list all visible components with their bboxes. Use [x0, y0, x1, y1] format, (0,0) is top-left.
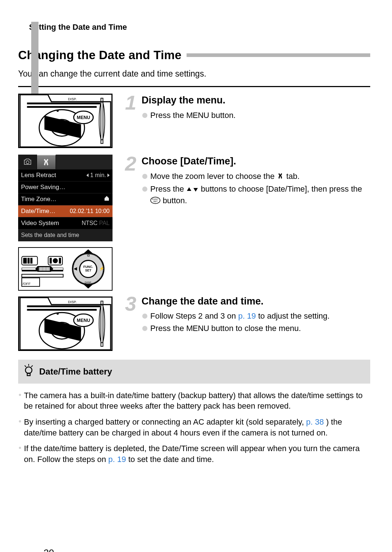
menu-tab-tools-icon: [37, 155, 56, 169]
svg-rect-20: [22, 274, 63, 277]
text: button.: [211, 111, 236, 120]
svg-text:FUNC.: FUNC.: [83, 265, 93, 269]
tip-list: The camera has a built-in date/time batt…: [18, 390, 370, 465]
svg-text:⧉: ⧉: [87, 253, 90, 257]
svg-rect-15: [50, 258, 52, 263]
svg-line-61: [31, 365, 33, 367]
step-2-title: Choose [Date/Time].: [142, 155, 370, 168]
figure-camera-back-menu-2: MENU DISP.: [18, 297, 113, 351]
svg-text:MENU: MENU: [77, 318, 90, 323]
svg-text:DISP.: DISP.: [68, 300, 77, 304]
tools-tab-icon: [277, 172, 284, 183]
menu-label: Time Zone…: [21, 195, 57, 204]
menu-label: Video System: [21, 219, 59, 228]
menu-label: Lens Retract: [21, 171, 56, 180]
func-set-button-icon: FUNC.SET: [150, 196, 160, 207]
svg-rect-11: [23, 258, 27, 263]
svg-marker-54: [187, 187, 191, 191]
menu-tab-camera-icon: [18, 155, 37, 169]
svg-text:MENU: MENU: [77, 115, 90, 120]
text: to set the date and time.: [128, 455, 214, 464]
text: Press the: [150, 324, 186, 333]
svg-point-62: [25, 367, 32, 373]
svg-point-9: [26, 161, 29, 164]
step-2-bullet-1: Move the zoom lever to choose the tab.: [142, 171, 370, 183]
step-number-1: 1: [123, 94, 138, 122]
tip-item-1: The camera has a built-in date/time batt…: [18, 390, 370, 412]
menu-row-date-time-selected: Date/Time… 02.02.'11 10:00: [18, 205, 113, 217]
text: button to close the menu.: [211, 324, 301, 333]
step-3-title: Change the date and time.: [142, 295, 370, 308]
tip-header: Date/Time battery: [18, 360, 370, 384]
svg-rect-13: [30, 258, 33, 263]
svg-text:SET: SET: [85, 269, 91, 272]
step-3-bullet-2: Press the MENU button to close the menu.: [142, 323, 370, 334]
page-number: 20: [44, 547, 54, 552]
page-ref-link[interactable]: p. 38: [306, 417, 324, 426]
figure-camera-back-menu: MENU DISP.: [18, 94, 113, 148]
text: Press the: [150, 184, 186, 193]
menu-label-icon: MENU: [186, 324, 209, 333]
svg-line-60: [25, 365, 26, 367]
text: buttons to choose [Date/Time], then pres…: [201, 184, 362, 193]
menu-row-power-saving: Power Saving…: [18, 181, 113, 193]
menu-tabs: [18, 155, 113, 169]
svg-text:SET: SET: [153, 200, 158, 203]
step-number-3: 3: [123, 295, 138, 335]
svg-text:⚡: ⚡: [99, 266, 105, 271]
text: By inserting a charged battery or connec…: [24, 417, 306, 426]
breadcrumb: Setting the Date and Time: [29, 22, 370, 33]
page-edge-tab: [31, 22, 38, 94]
text: Follow Steps 2 and 3 on: [150, 311, 238, 320]
svg-point-16: [53, 258, 58, 263]
menu-caption: Sets the date and time: [18, 229, 113, 241]
tip-item-2: By inserting a charged battery or connec…: [18, 417, 370, 438]
svg-rect-63: [27, 373, 30, 376]
menu-value: NTSC PAL: [82, 219, 110, 227]
figure-menu-screenshot: Lens Retract 1 min. Power Saving… Time Z…: [18, 155, 113, 241]
menu-label-icon: MENU: [186, 111, 209, 120]
section-title-rule: [187, 53, 370, 57]
menu-row-time-zone: Time Zone…: [18, 193, 113, 205]
step-number-2: 2: [123, 155, 138, 208]
menu-label: Date/Time…: [21, 207, 56, 216]
section-title: Changing the Date and Time: [18, 47, 181, 64]
text: Move the zoom lever to choose the: [150, 172, 277, 181]
svg-rect-26: [39, 267, 49, 271]
svg-marker-55: [193, 188, 198, 192]
menu-value: 02.02.'11 10:00: [70, 207, 110, 215]
text: to adjust the setting.: [258, 311, 330, 320]
svg-point-8: [57, 110, 59, 112]
divider: [18, 86, 370, 87]
step-1-bullet-1: Press the MENU button.: [142, 110, 370, 121]
tip-item-3: If the date/time battery is depleted, th…: [18, 443, 370, 465]
page-ref-link[interactable]: p. 19: [108, 455, 126, 464]
svg-text:◀: ◀: [74, 266, 77, 271]
svg-rect-12: [28, 258, 30, 263]
menu-row-lens-retract: Lens Retract 1 min.: [18, 169, 113, 181]
step-1: MENU DISP. 1 Display the menu. Press the…: [18, 94, 370, 148]
text: Press the: [150, 111, 186, 120]
tip-title: Date/Time battery: [39, 366, 112, 377]
lightbulb-icon: [23, 364, 34, 379]
text: button.: [163, 196, 187, 205]
page-ref-link[interactable]: p. 19: [238, 311, 256, 320]
step-3-bullet-1: Follow Steps 2 and 3 on p. 19 to adjust …: [142, 311, 370, 322]
text: tab.: [286, 172, 300, 181]
figure-control-dial: /OFF ⧉ ◀ ⚡ DISP. FUNC. SET: [18, 247, 113, 291]
svg-text:DISP.: DISP.: [68, 97, 77, 101]
svg-text:DISP.: DISP.: [85, 281, 92, 284]
menu-label: Power Saving…: [21, 183, 65, 192]
step-2-bullet-2: Press the buttons to choose [Date/Time],…: [142, 184, 370, 207]
step-2: Lens Retract 1 min. Power Saving… Time Z…: [18, 155, 370, 351]
menu-row-video-system: Video System NTSC PAL: [18, 217, 113, 229]
step-1-title: Display the menu.: [142, 94, 370, 107]
svg-point-53: [57, 312, 59, 315]
up-down-arrows-icon: [186, 184, 199, 195]
home-icon: [104, 195, 110, 203]
section-heading-row: Changing the Date and Time: [18, 47, 370, 64]
menu-value: 1 min.: [86, 171, 110, 179]
section-intro: You can change the current date and time…: [18, 68, 370, 79]
svg-text:/OFF: /OFF: [23, 282, 30, 286]
svg-rect-17: [59, 258, 61, 263]
